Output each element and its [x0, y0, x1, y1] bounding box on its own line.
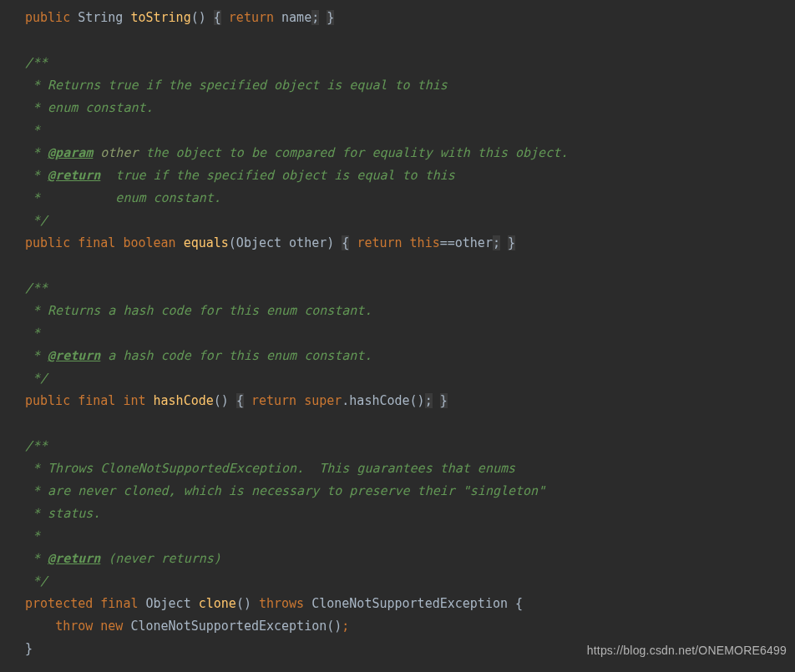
- javadoc-line: /**: [25, 52, 795, 74]
- javadoc-line: * Returns true if the specified object i…: [25, 74, 795, 97]
- keyword-return: return: [229, 10, 274, 25]
- javadoc-line: * enum constant.: [25, 97, 795, 119]
- javadoc-line: *: [25, 119, 795, 142]
- javadoc-line: *: [25, 322, 795, 345]
- code-line: throw new CloneNotSupportedException();: [25, 615, 795, 638]
- method-equals: equals: [184, 235, 229, 250]
- keyword-public: public: [25, 10, 70, 25]
- code-editor[interactable]: public String toString() { return name; …: [25, 7, 795, 660]
- brace-open: {: [214, 10, 221, 25]
- blank-line: [25, 29, 795, 52]
- javadoc-line: */: [25, 570, 795, 593]
- code-line: public String toString() { return name; …: [25, 7, 795, 29]
- watermark-text: https://blog.csdn.net/ONEMORE6499: [587, 639, 787, 662]
- javadoc-tag-param: @param: [48, 145, 93, 160]
- blank-line: [25, 255, 795, 277]
- blank-line: [25, 412, 795, 435]
- code-line: protected final Object clone() throws Cl…: [25, 593, 795, 615]
- javadoc-line: /**: [25, 277, 795, 300]
- code-line: public final int hashCode() { return sup…: [25, 390, 795, 412]
- javadoc-line: * Throws CloneNotSupportedException. Thi…: [25, 457, 795, 480]
- javadoc-line: * @return (never returns): [25, 548, 795, 570]
- javadoc-tag-return: @return: [48, 348, 100, 363]
- method-toString: toString: [130, 10, 190, 25]
- javadoc-tag-return: @return: [48, 551, 100, 566]
- type-string: String: [78, 10, 123, 25]
- javadoc-line: * status.: [25, 503, 795, 525]
- javadoc-line: * @return true if the specified object i…: [25, 164, 795, 187]
- brace-close: }: [327, 10, 334, 25]
- method-hashCode: hashCode: [154, 393, 214, 408]
- javadoc-line: *: [25, 525, 795, 548]
- javadoc-line: */: [25, 210, 795, 232]
- javadoc-tag-return: @return: [48, 168, 100, 183]
- code-line: public final boolean equals(Object other…: [25, 232, 795, 255]
- javadoc-line: * @param other the object to be compared…: [25, 142, 795, 164]
- javadoc-line: * are never cloned, which is necessary t…: [25, 480, 795, 503]
- method-clone: clone: [199, 596, 236, 611]
- javadoc-line: /**: [25, 435, 795, 457]
- javadoc-line: * @return a hash code for this enum cons…: [25, 345, 795, 367]
- javadoc-line: * enum constant.: [25, 187, 795, 210]
- javadoc-line: */: [25, 367, 795, 390]
- javadoc-line: * Returns a hash code for this enum cons…: [25, 300, 795, 322]
